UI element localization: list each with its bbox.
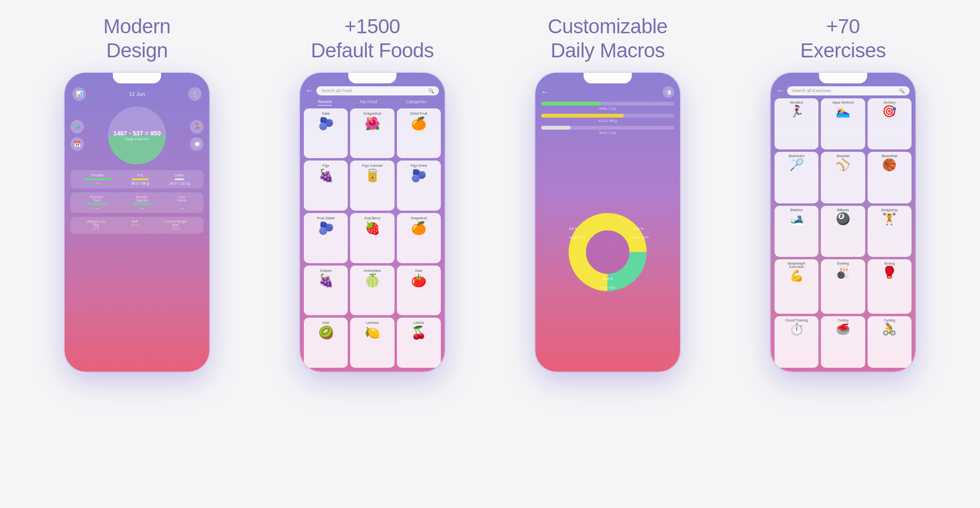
phone1-notch [113,73,161,83]
exercise-boxing[interactable]: Boxing 🥊 [868,259,912,314]
exercise-time-val: --- [95,206,99,210]
lost-grams: Lost Grams --- [177,195,187,210]
food-item-figsdried[interactable]: Figs Dried 🫐 [397,160,441,211]
exercise-baseball[interactable]: Baseball ⚾ [821,152,865,203]
macro-fat: Fat 30.0 / 66 g [131,173,149,186]
badminton-icon: 🏸 [789,159,804,171]
biathlon-label: Biathlon [790,208,803,212]
back-button[interactable]: ← [306,86,313,95]
exercise-circuit[interactable]: Circuit Training ⏱️ [775,316,818,367]
curling-label: Curling [838,319,848,322]
exercise-archery[interactable]: Archery 🎯 [868,98,912,149]
fat-bar [132,178,149,180]
exercise-time-label: Exercise Time [90,195,103,202]
food-kaki-label: Kaki [415,268,422,273]
biathlon-icon: 🎿 [789,213,804,225]
app-container: Modern Design 📊 12 Jun ⋮ ⚙️ 📅 [0,0,980,508]
exercise-aqua-workout[interactable]: Aqua Workout 🏊‍♀️ [821,98,865,149]
food-tabs: Recent My Food Categories [304,98,441,106]
exercise-aerobics[interactable]: Aerobics 🏃‍♀️ [775,98,818,149]
lost-grams-label: Lost Grams [177,195,187,202]
food-fruitsalad-label: Fruit Salad [317,216,335,220]
phone1-circle-section: ⚙️ 📅 1487 - 537 = 950 Daily Calories 🏃 🍽… [70,107,204,164]
exercise-badminton[interactable]: Badminton 🏸 [775,152,818,203]
current-weight-stat: Current Weight (lbs) 180.0 [164,220,187,231]
phone2-notch [348,73,396,83]
phone1-exercise: Exercise Time --- Burned Calories --- Lo… [70,192,204,213]
chart-container: 6.6 %Goal: 30% 12.2 %Goal: 30% 24.8 %Goa… [541,139,674,366]
food-item-figscanned[interactable]: Figs Canned 🥫 [350,160,394,211]
food-item-kaki[interactable]: Kaki 🍅 [397,266,441,316]
bodypump-label: Bodypump [882,208,898,212]
phone4-content: ← Search all Exercises 🔍 Aerobics 🏃‍♀️ A… [771,73,915,372]
exercise-billiards[interactable]: Billiards 🎱 [821,206,865,257]
food-item-litchis[interactable]: Litchis 🍒 [397,318,441,368]
exercise-bodyweight[interactable]: Bodyweight Exercises 💪 [775,259,818,314]
exercise-basketball[interactable]: Basketball 🏀 [868,152,912,203]
billiards-label: Billiards [837,208,849,212]
tab-recent[interactable]: Recent [318,98,332,106]
phone1-macros: Protein — Fat 30.0 / 66 g Carbs 20.0 / 1… [70,170,204,188]
food-item-gojiberry[interactable]: Goji Berry 🍓 [350,213,394,263]
food-grapefruit-label: Grapefruit [411,216,427,220]
bowling-label: Bowling [837,262,849,265]
food-item-dragonfruit[interactable]: Dragonfruit 🌺 [350,108,394,159]
food-item-figs[interactable]: Figs 🍇 [304,160,348,211]
calendar-icon[interactable]: 📅 [70,137,84,151]
tab-myfood[interactable]: My Food [360,98,377,106]
food-search-placeholder: Search all Food [321,88,352,93]
food-figsdried-label: Figs Dried [410,163,427,168]
exercise-bodypump[interactable]: Bodypump 🏋️ [868,206,912,257]
phone3-header: ← ◑ [541,86,674,98]
food-item-date[interactable]: Date 🫐 [304,108,348,159]
food-grapefruit-icon: 🍊 [411,222,426,234]
food-figscanned-icon: 🥫 [365,169,380,182]
food-fruitsalad-icon: 🫐 [318,222,334,234]
food-item-driedfruit[interactable]: Dried Fruit 🍊 [397,108,441,159]
phone4-notch [819,73,867,83]
food-item-honeydew[interactable]: Honeydew 🍈 [350,266,394,316]
food-item-kiwi[interactable]: Kiwi 🥝 [304,318,348,368]
phone2-content: ← Search all Food 🔍 Recent My Food Categ… [300,73,445,372]
badminton-label: Badminton [789,154,804,158]
food-item-grapes[interactable]: Grapes 🍇 [304,266,348,316]
food-search-bar[interactable]: Search all Food 🔍 [316,86,439,95]
menu-icon[interactable]: ⋮ [188,87,202,101]
panel-modern-design: Modern Design 📊 12 Jun ⋮ ⚙️ 📅 [19,14,255,494]
phone2-frame: ← Search all Food 🔍 Recent My Food Categ… [300,73,445,372]
panel3-title: Customizable Daily Macros [548,14,667,63]
carbs-bar [175,178,184,180]
food-item-lemons[interactable]: Lemons 🍋 [350,318,394,368]
chart-label-2: 12.2 %Goal: 30% [633,223,649,241]
circuit-label: Circuit Training [785,319,808,322]
donut-chart: 6.6 %Goal: 30% 12.2 %Goal: 30% 24.8 %Goa… [564,209,651,295]
archery-icon: 🎯 [882,106,897,117]
exercise-back-button[interactable]: ← [776,86,784,95]
bar-row-3: 24.5 / 111 [541,126,674,135]
exercise-curling[interactable]: Curling 🥌 [821,316,865,367]
exercise-search-bar[interactable]: Search all Exercises 🔍 [787,86,910,95]
panel-foods: +1500 Default Foods ← Search all Food 🔍 … [255,14,490,494]
bmi-val: 24.5 [131,223,139,227]
billiards-icon: 🎱 [836,213,850,225]
settings-icon[interactable]: ⚙️ [70,120,84,134]
chart-label-3: 24.8 %Goal: 40% [600,273,616,291]
bar-track-3 [541,126,674,130]
food-icon[interactable]: 🍽️ [190,137,204,151]
exercise-cycling[interactable]: Cycling 🚴 [868,316,912,367]
macro-back-button[interactable]: ← [541,88,549,96]
panel4-title: +70 Exercises [800,14,886,63]
bar-label-3: 24.5 / 111 [541,131,674,135]
bodypump-icon: 🏋️ [882,213,897,225]
food-honeydew-icon: 🍈 [365,274,380,287]
exercise-biathlon[interactable]: Biathlon 🎿 [775,206,818,257]
chart-icon[interactable]: 📊 [72,87,86,101]
exercise-bowling[interactable]: Bowling 🎳 [821,259,865,314]
food-item-grapefruit[interactable]: Grapefruit 🍊 [397,213,441,263]
run-icon[interactable]: 🏃 [190,120,204,134]
phone1-topbar: 📊 12 Jun ⋮ [70,87,204,101]
tab-categories[interactable]: Categories [406,98,427,106]
food-figscanned-label: Figs Canned [362,163,383,168]
weight-loss-val: 0.0 [94,227,99,231]
food-item-fruitsalad[interactable]: Fruit Salad 🫐 [304,213,348,263]
